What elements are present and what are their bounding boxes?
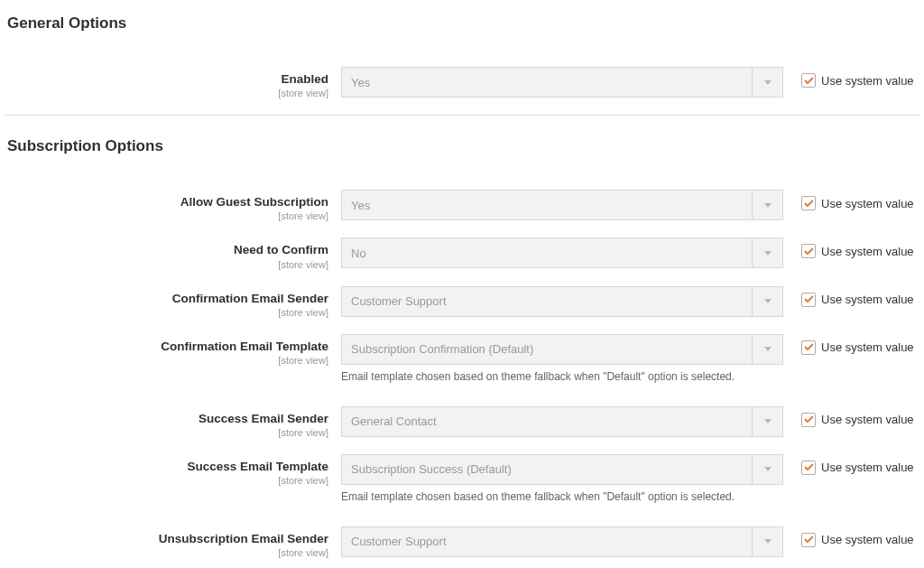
chevron-down-icon bbox=[752, 527, 782, 556]
select-success-sender[interactable]: General Contact bbox=[341, 406, 783, 437]
field-success-sender: Success Email Sender [store view] Genera… bbox=[4, 406, 920, 438]
use-system-label-success-sender: Use system value bbox=[821, 413, 914, 426]
field-confirm-template: Confirmation Email Template [store view]… bbox=[4, 334, 920, 383]
field-unsub-sender: Unsubscription Email Sender [store view]… bbox=[4, 526, 920, 558]
select-value-confirm-sender: Customer Support bbox=[342, 287, 752, 316]
field-enabled: Enabled [store view] Yes Use system valu… bbox=[4, 67, 920, 98]
select-value-success-template: Subscription Success (Default) bbox=[342, 455, 752, 484]
select-unsub-sender[interactable]: Customer Support bbox=[341, 526, 783, 557]
scope-allow-guest: [store view] bbox=[4, 210, 328, 221]
select-value-need-confirm: No bbox=[342, 238, 752, 267]
label-enabled: Enabled bbox=[281, 72, 328, 86]
select-value-confirm-template: Subscription Confirmation (Default) bbox=[342, 335, 752, 364]
checkbox-use-system-unsub-sender[interactable] bbox=[801, 533, 816, 547]
field-success-template: Success Email Template [store view] Subs… bbox=[4, 454, 920, 503]
scope-success-sender: [store view] bbox=[4, 427, 328, 438]
select-confirm-template[interactable]: Subscription Confirmation (Default) bbox=[341, 334, 783, 365]
select-need-confirm[interactable]: No bbox=[341, 237, 783, 268]
select-value-unsub-sender: Customer Support bbox=[342, 527, 752, 556]
scope-success-template: [store view] bbox=[4, 475, 328, 486]
select-value-allow-guest: Yes bbox=[342, 191, 752, 219]
section-title-general: General Options bbox=[4, 7, 920, 51]
use-system-label-unsub-sender: Use system value bbox=[821, 533, 914, 546]
select-value-success-sender: General Contact bbox=[342, 407, 752, 436]
label-need-confirm: Need to Confirm bbox=[234, 243, 328, 256]
use-system-label-confirm-sender: Use system value bbox=[821, 293, 914, 306]
scope-confirm-template: [store view] bbox=[4, 355, 328, 366]
scope-need-confirm: [store view] bbox=[4, 259, 328, 270]
select-success-template[interactable]: Subscription Success (Default) bbox=[341, 454, 783, 485]
chevron-down-icon bbox=[752, 287, 782, 316]
note-success-template: Email template chosen based on theme fal… bbox=[341, 490, 783, 503]
chevron-down-icon bbox=[752, 238, 782, 267]
checkbox-use-system-confirm-sender[interactable] bbox=[801, 293, 816, 307]
use-system-label-success-template: Use system value bbox=[821, 461, 914, 474]
scope-confirm-sender: [store view] bbox=[4, 307, 328, 318]
checkbox-use-system-confirm-template[interactable] bbox=[801, 340, 816, 355]
checkbox-use-system-success-sender[interactable] bbox=[801, 413, 816, 427]
field-allow-guest: Allow Guest Subscription [store view] Ye… bbox=[4, 190, 920, 221]
checkbox-use-system-need-confirm[interactable] bbox=[801, 244, 816, 258]
chevron-down-icon bbox=[752, 68, 782, 97]
label-unsub-sender: Unsubscription Email Sender bbox=[159, 532, 328, 545]
select-value-enabled: Yes bbox=[342, 68, 752, 97]
select-allow-guest[interactable]: Yes bbox=[341, 190, 783, 220]
checkbox-use-system-allow-guest[interactable] bbox=[801, 196, 816, 210]
label-success-sender: Success Email Sender bbox=[199, 412, 328, 425]
use-system-label-need-confirm: Use system value bbox=[821, 245, 914, 258]
chevron-down-icon bbox=[752, 191, 782, 219]
label-allow-guest: Allow Guest Subscription bbox=[180, 195, 328, 209]
chevron-down-icon bbox=[752, 455, 782, 484]
checkbox-use-system-enabled[interactable] bbox=[801, 73, 816, 88]
field-need-confirm: Need to Confirm [store view] No Use syst… bbox=[4, 237, 920, 269]
note-confirm-template: Email template chosen based on theme fal… bbox=[341, 370, 783, 383]
label-confirm-template: Confirmation Email Template bbox=[161, 340, 328, 353]
field-confirm-sender: Confirmation Email Sender [store view] C… bbox=[4, 286, 920, 318]
scope-enabled: [store view] bbox=[4, 88, 328, 98]
chevron-down-icon bbox=[752, 407, 782, 436]
label-confirm-sender: Confirmation Email Sender bbox=[172, 292, 328, 305]
scope-unsub-sender: [store view] bbox=[4, 547, 328, 558]
label-success-template: Success Email Template bbox=[187, 460, 328, 473]
use-system-label-enabled: Use system value bbox=[821, 74, 914, 88]
section-title-subscription: Subscription Options bbox=[4, 130, 920, 173]
select-confirm-sender[interactable]: Customer Support bbox=[341, 286, 783, 317]
select-enabled[interactable]: Yes bbox=[341, 67, 783, 98]
section-divider bbox=[4, 115, 920, 116]
use-system-label-confirm-template: Use system value bbox=[821, 340, 914, 354]
checkbox-use-system-success-template[interactable] bbox=[801, 461, 816, 475]
use-system-label-allow-guest: Use system value bbox=[821, 197, 914, 210]
chevron-down-icon bbox=[752, 335, 782, 364]
